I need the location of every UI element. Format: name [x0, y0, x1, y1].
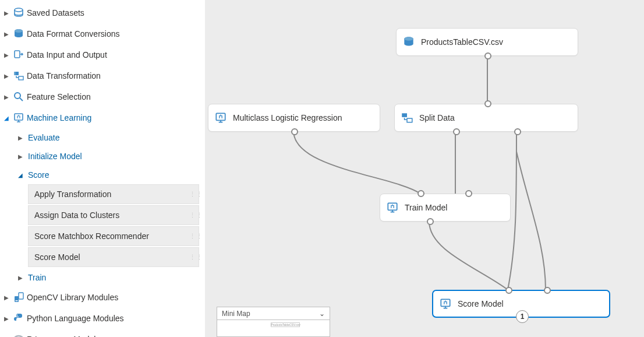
tree-item-data-io[interactable]: ▶ Data Input and Output [0, 44, 205, 65]
node-train-model[interactable]: Train Model [380, 194, 511, 222]
minimap-node-label: ProductsTableCSV.csv [271, 323, 300, 327]
ml-icon [380, 201, 405, 214]
node-label: ProductsTableCSV.csv [421, 37, 503, 47]
ml-icon [10, 112, 27, 124]
output-port-2[interactable] [514, 128, 521, 135]
tree-item-r[interactable]: ▶ R R Language Modules [0, 329, 205, 337]
tree-item-label: Saved Datasets [27, 8, 205, 17]
leaf-label: Score Matchbox Recommender [29, 231, 189, 241]
caret-right-icon: ▶ [2, 10, 10, 16]
input-port[interactable] [484, 100, 491, 107]
database-icon [10, 7, 27, 19]
svg-rect-20 [388, 203, 397, 210]
minimap-title: Mini Map [222, 310, 250, 318]
module-score-matchbox[interactable]: Score Matchbox Recommender ⋮⋮ [28, 226, 199, 246]
tree-item-label: Data Transformation [27, 71, 205, 80]
leaf-label: Apply Transformation [29, 189, 189, 199]
svg-point-12 [17, 315, 18, 316]
output-port[interactable] [427, 218, 434, 225]
caret-right-icon: ▶ [16, 275, 24, 281]
svg-rect-9 [19, 293, 23, 299]
transform-icon [10, 70, 27, 82]
tree-item-python[interactable]: ▶ Python Language Modules [0, 308, 205, 329]
caret-right-icon: ▶ [16, 135, 24, 141]
tree-item-opencv[interactable]: ▶ OpenCV Library Modules [0, 287, 205, 308]
output-port[interactable] [484, 52, 491, 59]
input-port-1[interactable] [417, 190, 424, 197]
drag-grip-icon: ⋮⋮ [189, 233, 199, 240]
drag-grip-icon: ⋮⋮ [189, 254, 199, 261]
node-label: Score Model [458, 299, 504, 308]
warning-badge[interactable]: 1 [516, 310, 529, 323]
output-port[interactable] [291, 128, 298, 135]
r-icon: R [10, 334, 27, 337]
caret-right-icon: ▶ [2, 94, 10, 100]
svg-rect-21 [441, 299, 450, 306]
svg-point-16 [404, 37, 413, 41]
sub-item-label: Initialize Model [28, 152, 82, 161]
ml-icon [433, 297, 458, 310]
output-port-1[interactable] [453, 128, 460, 135]
caret-right-icon: ▶ [2, 31, 10, 37]
svg-rect-18 [402, 113, 407, 117]
python-icon [10, 313, 27, 324]
sub-item-score[interactable]: ◢ Score [0, 166, 205, 184]
tree-item-label: OpenCV Library Modules [27, 293, 205, 302]
node-label: Split Data [419, 113, 455, 122]
transform-icon [395, 111, 419, 124]
sub-item-initialize-model[interactable]: ▶ Initialize Model [0, 147, 205, 166]
caret-right-icon: ▶ [2, 73, 10, 79]
node-split-data[interactable]: Split Data [394, 104, 578, 132]
ml-icon [208, 111, 233, 124]
node-label: Multiclass Logistic Regression [233, 113, 342, 122]
svg-point-2 [15, 29, 23, 33]
caret-right-icon: ▶ [2, 52, 10, 58]
experiment-canvas[interactable]: ProductsTableCSV.csv Multiclass Logistic… [205, 0, 644, 337]
svg-point-0 [15, 8, 23, 12]
sub-item-train[interactable]: ▶ Train [0, 268, 205, 287]
caret-down-icon: ◢ [16, 172, 24, 178]
svg-rect-3 [15, 51, 20, 58]
caret-down-icon: ◢ [2, 115, 10, 121]
caret-right-icon: ▶ [2, 294, 10, 301]
tree-item-saved-datasets[interactable]: ▶ Saved Datasets [0, 2, 205, 23]
drag-grip-icon: ⋮⋮ [189, 191, 199, 198]
node-label: Train Model [405, 203, 447, 212]
minimap: Mini Map ⌄ ProductsTableCSV.csv [217, 307, 330, 337]
module-score-model[interactable]: Score Model ⋮⋮ [28, 247, 199, 267]
caret-right-icon: ▶ [16, 153, 24, 160]
tree-item-label: R Language Modules [27, 335, 205, 337]
svg-point-7 [15, 93, 20, 99]
tree-item-label: Data Format Conversions [27, 29, 205, 38]
input-port-2[interactable] [465, 190, 472, 197]
tree-item-label: Python Language Modules [27, 314, 205, 323]
tree-item-data-transform[interactable]: ▶ Data Transformation [0, 65, 205, 86]
tree-item-machine-learning[interactable]: ◢ Machine Learning [0, 107, 205, 128]
node-score-model[interactable]: Score Model 1 [432, 290, 610, 318]
svg-rect-5 [14, 72, 16, 75]
svg-rect-8 [15, 114, 23, 120]
svg-rect-19 [407, 118, 412, 122]
module-tree-sidebar: ▶ Saved Datasets ▶ Data Format Conversio… [0, 0, 205, 337]
input-port-1[interactable] [505, 287, 512, 294]
magnify-icon [10, 91, 27, 103]
tree-item-label: Data Input and Output [27, 50, 205, 59]
svg-rect-17 [216, 113, 225, 120]
chevron-down-icon: ⌄ [319, 310, 325, 318]
input-port-2[interactable] [544, 287, 551, 294]
sub-item-label: Train [28, 273, 46, 282]
module-apply-transformation[interactable]: Apply Transformation ⋮⋮ [28, 184, 199, 204]
sub-item-evaluate[interactable]: ▶ Evaluate [0, 128, 205, 147]
node-mlr[interactable]: Multiclass Logistic Regression [208, 104, 380, 132]
node-dataset[interactable]: ProductsTableCSV.csv [396, 28, 578, 56]
minimap-body[interactable]: ProductsTableCSV.csv [217, 320, 330, 336]
minimap-toggle[interactable]: Mini Map ⌄ [217, 307, 330, 320]
drag-grip-icon: ⋮⋮ [189, 212, 199, 219]
svg-rect-11 [16, 300, 18, 301]
caret-right-icon: ▶ [2, 315, 10, 322]
tree-item-feature-selection[interactable]: ▶ Feature Selection [0, 86, 205, 107]
tree-item-label: Machine Learning [27, 113, 205, 122]
leaf-label: Score Model [29, 252, 189, 262]
module-assign-clusters[interactable]: Assign Data to Clusters ⋮⋮ [28, 205, 199, 225]
tree-item-data-format[interactable]: ▶ Data Format Conversions [0, 23, 205, 44]
